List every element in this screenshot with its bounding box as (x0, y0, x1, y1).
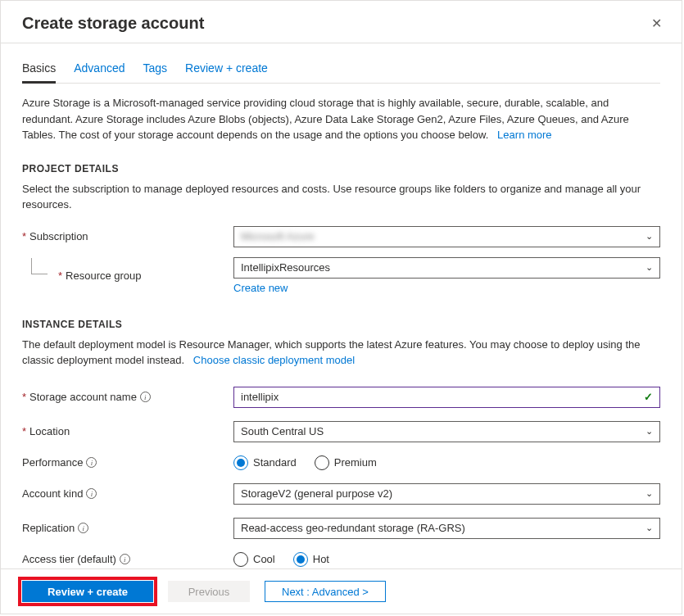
resource-group-label: * Resource group (22, 270, 233, 282)
instance-details-desc: The default deployment model is Resource… (22, 337, 660, 369)
performance-standard-radio[interactable]: Standard (233, 455, 297, 470)
account-kind-row: Account kind i StorageV2 (general purpos… (22, 483, 660, 505)
required-star: * (22, 391, 26, 403)
performance-premium-radio[interactable]: Premium (315, 455, 377, 470)
access-tier-radio-group: Cool Hot (233, 552, 660, 567)
chevron-down-icon: ⌄ (645, 523, 653, 533)
footer-bar: Review + create Previous Next : Advanced… (1, 568, 682, 614)
storage-name-input[interactable]: intellipix ✓ (233, 387, 660, 408)
location-row: * Location South Central US ⌄ (22, 421, 660, 442)
chevron-down-icon: ⌄ (645, 231, 653, 242)
tab-advanced[interactable]: Advanced (74, 61, 125, 83)
tab-tags[interactable]: Tags (143, 61, 168, 83)
chevron-down-icon: ⌄ (645, 262, 653, 273)
tab-basics[interactable]: Basics (22, 61, 56, 84)
create-new-link[interactable]: Create new (233, 282, 288, 294)
performance-row: Performance i Standard Premium (22, 455, 660, 470)
choose-classic-link[interactable]: Choose classic deployment model (193, 354, 355, 366)
tab-bar: Basics Advanced Tags Review + create (22, 61, 660, 84)
info-icon[interactable]: i (120, 554, 130, 564)
project-details-desc: Select the subscription to manage deploy… (22, 181, 660, 213)
learn-more-link[interactable]: Learn more (497, 129, 551, 141)
page-title: Create storage account (22, 14, 204, 33)
performance-radio-group: Standard Premium (233, 455, 660, 470)
info-icon[interactable]: i (78, 523, 88, 533)
location-label: * Location (22, 425, 233, 437)
access-tier-hot-radio[interactable]: Hot (293, 552, 329, 567)
storage-name-value: intellipix (241, 391, 279, 403)
chevron-down-icon: ⌄ (645, 488, 653, 499)
header-divider (1, 43, 682, 43)
next-button[interactable]: Next : Advanced > (265, 581, 386, 602)
tab-review[interactable]: Review + create (185, 61, 268, 83)
create-storage-panel: Create storage account ✕ Basics Advanced… (0, 0, 682, 614)
required-star: * (22, 425, 26, 437)
close-icon[interactable]: ✕ (648, 12, 665, 34)
info-icon[interactable]: i (86, 488, 97, 499)
subscription-row: * Subscription Microsoft Azure ⌄ (22, 226, 660, 247)
info-icon[interactable]: i (86, 457, 97, 468)
location-value: South Central US (241, 425, 324, 437)
instance-details-heading: INSTANCE DETAILS (22, 319, 660, 330)
subscription-label: * Subscription (22, 230, 233, 242)
project-details-heading: PROJECT DETAILS (22, 163, 660, 174)
review-create-button[interactable]: Review + create (22, 581, 153, 602)
required-star: * (22, 230, 26, 242)
replication-select[interactable]: Read-access geo-redundant storage (RA-GR… (233, 518, 660, 539)
location-select[interactable]: South Central US ⌄ (233, 421, 660, 442)
indent-line-icon (31, 258, 48, 274)
account-kind-select[interactable]: StorageV2 (general purpose v2) ⌄ (233, 483, 660, 505)
resource-group-value: IntellipixResources (241, 261, 330, 274)
access-tier-row: Access tier (default) i Cool Hot (22, 552, 660, 567)
subscription-value: Microsoft Azure (241, 230, 315, 242)
previous-button[interactable]: Previous (168, 581, 250, 602)
chevron-down-icon: ⌄ (645, 426, 653, 437)
account-kind-value: StorageV2 (general purpose v2) (241, 487, 392, 500)
info-icon[interactable]: i (140, 392, 151, 402)
subscription-select[interactable]: Microsoft Azure ⌄ (233, 226, 660, 247)
panel-header: Create storage account ✕ (1, 1, 682, 43)
resource-group-select[interactable]: IntellipixResources ⌄ (233, 257, 660, 279)
storage-name-label: * Storage account name i (22, 391, 233, 403)
account-kind-label: Account kind i (22, 487, 233, 500)
access-tier-label: Access tier (default) i (22, 553, 233, 565)
checkmark-icon: ✓ (644, 391, 653, 403)
replication-value: Read-access geo-redundant storage (RA-GR… (241, 522, 465, 534)
resource-group-row: * Resource group IntellipixResources ⌄ C… (22, 257, 660, 294)
performance-label: Performance i (22, 456, 233, 469)
required-star: * (58, 270, 62, 282)
content-area: Basics Advanced Tags Review + create Azu… (1, 61, 682, 567)
access-tier-cool-radio[interactable]: Cool (233, 552, 275, 567)
replication-row: Replication i Read-access geo-redundant … (22, 518, 660, 539)
replication-label: Replication i (22, 522, 233, 534)
intro-text: Azure Storage is a Microsoft-managed ser… (22, 95, 660, 143)
storage-name-row: * Storage account name i intellipix ✓ (22, 387, 660, 408)
